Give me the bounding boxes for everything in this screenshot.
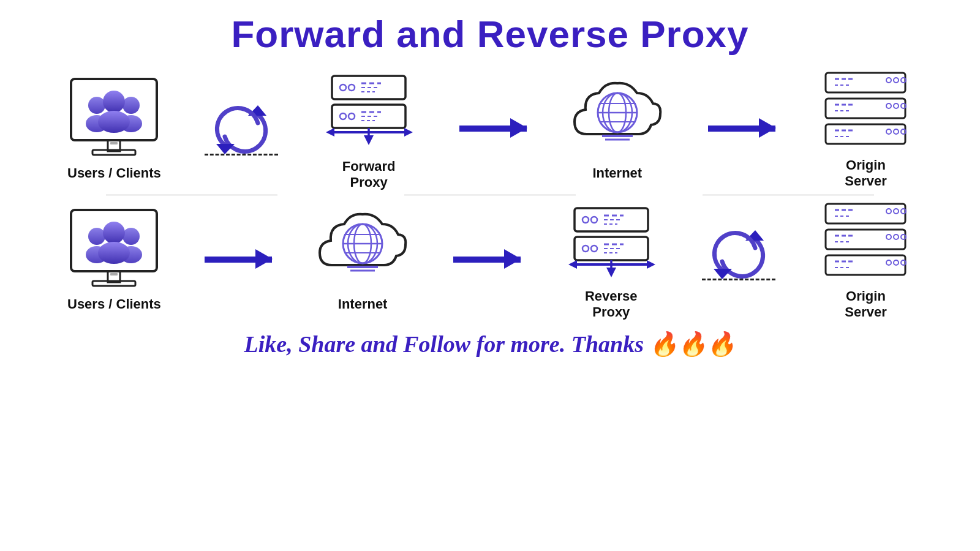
svg-point-83: [591, 246, 597, 252]
origin-server-icon-top: [816, 68, 914, 154]
forward-proxy-server: [320, 67, 418, 155]
origin-server-icon-bottom: [816, 199, 914, 285]
svg-point-14: [340, 84, 346, 91]
top-row: Users / Clients: [24, 67, 956, 191]
server-icon-bottom: [562, 199, 660, 285]
svg-point-7: [123, 97, 140, 114]
svg-point-42: [894, 78, 899, 83]
divider-3: [703, 195, 874, 195]
svg-marker-28: [326, 128, 334, 137]
svg-point-15: [349, 84, 355, 91]
svg-rect-44: [826, 99, 905, 118]
page-title: Forward and Reverse Proxy: [231, 12, 748, 56]
node-internet-top: Internet: [565, 76, 669, 181]
label-reverse-proxy: ReverseProxy: [585, 288, 638, 321]
svg-point-66: [98, 242, 130, 264]
node-internet-bottom: Internet: [311, 207, 415, 312]
svg-rect-100: [826, 230, 905, 249]
monitor-icon-top: [65, 76, 163, 162]
monitor-icon-bottom: [65, 207, 163, 293]
svg-point-76: [582, 217, 589, 223]
label-users-clients-top: Users / Clients: [67, 165, 161, 181]
svg-rect-60: [110, 273, 118, 276]
svg-rect-50: [826, 124, 905, 144]
svg-point-10: [98, 111, 130, 133]
cloud-icon-bottom: [314, 207, 412, 293]
server-icon-top: [320, 67, 418, 152]
dashed-line-bottom: [702, 279, 775, 280]
svg-point-98: [894, 209, 899, 214]
arrow-users-to-internet-bottom: [205, 257, 272, 263]
node-origin-server-bottom: OriginServer: [813, 199, 918, 321]
svg-point-82: [582, 246, 589, 252]
svg-point-104: [894, 234, 899, 239]
divider-1: [106, 195, 277, 195]
svg-rect-106: [826, 255, 905, 275]
svg-point-61: [88, 228, 105, 245]
bottom-row: Users / Clients Internet: [24, 199, 956, 321]
node-users-clients-bottom: Users / Clients: [62, 207, 166, 312]
divider-row: [24, 191, 956, 199]
cloud-icon-top: [568, 76, 666, 162]
label-origin-server-top: OriginServer: [845, 157, 887, 190]
svg-point-41: [886, 78, 891, 83]
divider-2: [404, 195, 576, 195]
footer-text: Like, Share and Follow for more. Thanks …: [244, 331, 736, 358]
svg-point-109: [886, 260, 891, 265]
label-users-clients-bottom: Users / Clients: [67, 296, 161, 312]
svg-marker-29: [404, 128, 413, 137]
svg-point-53: [886, 129, 891, 134]
svg-point-103: [886, 234, 891, 239]
svg-point-20: [340, 113, 346, 119]
svg-rect-94: [826, 204, 905, 223]
svg-marker-90: [568, 260, 577, 269]
svg-marker-26: [364, 135, 374, 145]
cycle-group-bottom: [702, 227, 775, 280]
svg-point-47: [886, 103, 891, 108]
svg-point-110: [894, 260, 899, 265]
label-internet-top: Internet: [592, 165, 642, 181]
arrow-internet-to-rproxy: [453, 257, 521, 263]
svg-point-54: [894, 129, 899, 134]
arrow-fwd-to-internet: [459, 126, 527, 132]
svg-point-5: [88, 97, 105, 114]
svg-rect-59: [92, 281, 135, 286]
label-forward-proxy: ForwardProxy: [342, 159, 396, 191]
cycle-icon-top: [214, 102, 269, 157]
cycle-group-top: [205, 102, 278, 156]
svg-point-9: [103, 91, 125, 113]
svg-point-63: [123, 228, 140, 245]
arrow-internet-to-origin-top: [708, 126, 775, 132]
svg-point-97: [886, 209, 891, 214]
svg-rect-3: [92, 150, 135, 155]
diagram-container: Users / Clients: [24, 67, 956, 321]
svg-marker-91: [647, 260, 655, 269]
svg-marker-88: [606, 268, 616, 277]
cycle-icon-bottom: [711, 227, 766, 282]
dashed-line-top: [205, 154, 278, 156]
node-forward-proxy: ForwardProxy: [317, 67, 421, 191]
label-origin-server-bottom: OriginServer: [845, 288, 887, 321]
svg-point-21: [349, 113, 355, 119]
node-origin-server-top: OriginServer: [813, 68, 918, 190]
node-reverse-proxy: ReverseProxy: [559, 199, 663, 321]
svg-rect-4: [110, 142, 118, 144]
label-internet-bottom: Internet: [338, 296, 388, 312]
svg-point-65: [103, 222, 125, 244]
node-users-clients-top: Users / Clients: [62, 76, 166, 181]
svg-rect-38: [826, 73, 905, 92]
svg-point-77: [591, 217, 597, 223]
svg-point-48: [894, 103, 899, 108]
